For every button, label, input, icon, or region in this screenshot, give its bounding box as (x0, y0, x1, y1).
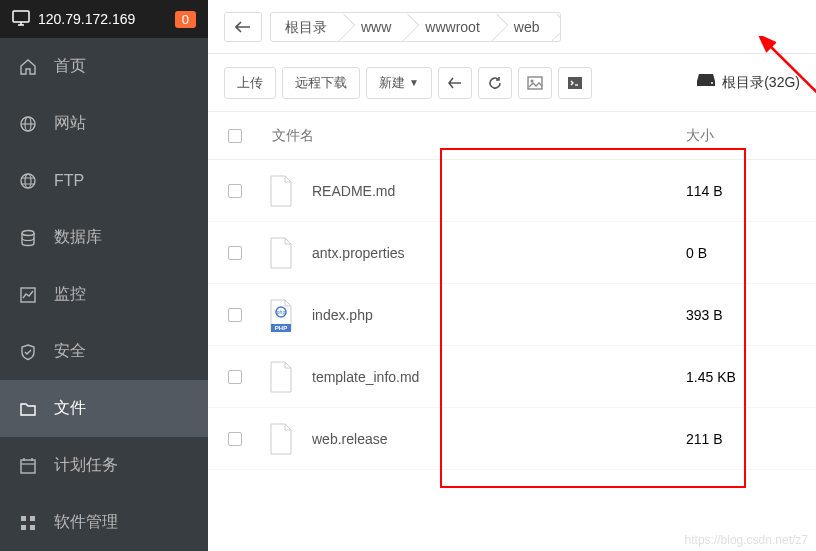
breadcrumb-back-button[interactable] (224, 12, 262, 42)
disk-info: 根目录(32G) (696, 72, 800, 93)
sidebar-item-label: 软件管理 (54, 512, 118, 533)
sidebar-item-chart[interactable]: 监控 (0, 266, 208, 323)
sidebar-item-folder[interactable]: 文件 (0, 380, 208, 437)
server-header: 120.79.172.169 0 (0, 0, 208, 38)
file-name: template_info.md (312, 369, 419, 385)
file-name: index.php (312, 307, 373, 323)
ftp-icon (18, 172, 38, 190)
sidebar-item-label: 监控 (54, 284, 86, 305)
file-icon (266, 235, 296, 271)
refresh-button[interactable] (478, 67, 512, 99)
svg-rect-22 (568, 77, 582, 89)
svg-point-7 (25, 174, 31, 188)
svg-point-6 (21, 174, 35, 188)
breadcrumb-path: 根目录wwwwwwrootweb (270, 12, 561, 42)
file-size: 393 B (686, 307, 796, 323)
monitor-icon (12, 10, 30, 29)
file-icon (266, 359, 296, 395)
home-icon (18, 58, 38, 76)
file-size: 0 B (686, 245, 796, 261)
folder-icon (18, 400, 38, 418)
file-size: 1.45 KB (686, 369, 796, 385)
svg-rect-12 (21, 460, 35, 473)
sidebar-item-label: 网站 (54, 113, 86, 134)
column-header-name[interactable]: 文件名 (272, 127, 314, 145)
breadcrumb-segment[interactable]: 根目录 (271, 13, 347, 41)
back-button[interactable] (438, 67, 472, 99)
globe-icon (18, 115, 38, 133)
table-row[interactable]: template_info.md1.45 KB (208, 346, 816, 408)
sidebar-item-calendar[interactable]: 计划任务 (0, 437, 208, 494)
calendar-icon (18, 457, 38, 475)
svg-text:php: php (277, 309, 286, 315)
toolbar: 上传 远程下载 新建▼ 根目录(32G) (208, 54, 816, 112)
server-ip: 120.79.172.169 (38, 11, 135, 27)
table-row[interactable]: web.release211 B (208, 408, 816, 470)
svg-rect-18 (21, 525, 26, 530)
sidebar: 120.79.172.169 0 首页网站FTP数据库监控安全文件计划任务软件管… (0, 0, 208, 551)
sidebar-item-label: 首页 (54, 56, 86, 77)
sidebar-item-label: 安全 (54, 341, 86, 362)
table-row[interactable]: antx.properties0 B (208, 222, 816, 284)
sidebar-item-label: 数据库 (54, 227, 102, 248)
remote-download-button[interactable]: 远程下载 (282, 67, 360, 99)
sidebar-item-database[interactable]: 数据库 (0, 209, 208, 266)
row-checkbox[interactable] (228, 246, 242, 260)
hdd-icon (696, 72, 716, 93)
row-checkbox[interactable] (228, 184, 242, 198)
svg-point-10 (22, 230, 34, 235)
file-size: 211 B (686, 431, 796, 447)
table-row[interactable]: phpPHPindex.php393 B (208, 284, 816, 346)
grid-icon (18, 514, 38, 532)
file-name: antx.properties (312, 245, 405, 261)
sidebar-item-label: FTP (54, 172, 84, 190)
breadcrumb-segment[interactable]: web (500, 13, 560, 41)
file-icon (266, 421, 296, 457)
row-checkbox[interactable] (228, 432, 242, 446)
file-table: 文件名 大小 README.md114 Bantx.properties0 Bp… (208, 112, 816, 470)
sidebar-item-globe[interactable]: 网站 (0, 95, 208, 152)
view-mode-button[interactable] (518, 67, 552, 99)
svg-rect-16 (21, 516, 26, 521)
sidebar-item-shield[interactable]: 安全 (0, 323, 208, 380)
svg-text:PHP: PHP (275, 325, 287, 331)
disk-label: 根目录(32G) (722, 74, 800, 92)
svg-rect-19 (30, 525, 35, 530)
sidebar-item-ftp[interactable]: FTP (0, 152, 208, 209)
watermark: https://blog.csdn.net/z7 (685, 533, 808, 547)
svg-rect-0 (13, 11, 29, 22)
table-row[interactable]: README.md114 B (208, 160, 816, 222)
svg-point-21 (530, 79, 533, 82)
terminal-button[interactable] (558, 67, 592, 99)
select-all-checkbox[interactable] (228, 129, 242, 143)
svg-rect-17 (30, 516, 35, 521)
chart-icon (18, 286, 38, 304)
sidebar-item-grid[interactable]: 软件管理 (0, 494, 208, 551)
database-icon (18, 229, 38, 247)
sidebar-item-home[interactable]: 首页 (0, 38, 208, 95)
file-name: web.release (312, 431, 388, 447)
sidebar-item-label: 文件 (54, 398, 86, 419)
row-checkbox[interactable] (228, 370, 242, 384)
breadcrumb-bar: 根目录wwwwwwrootweb (208, 0, 816, 54)
upload-button[interactable]: 上传 (224, 67, 276, 99)
file-name: README.md (312, 183, 395, 199)
column-header-size[interactable]: 大小 (686, 127, 796, 145)
breadcrumb-segment[interactable]: wwwroot (411, 13, 499, 41)
notification-badge[interactable]: 0 (175, 11, 196, 28)
breadcrumb-segment[interactable]: www (347, 13, 411, 41)
shield-icon (18, 343, 38, 361)
table-header: 文件名 大小 (208, 112, 816, 160)
svg-point-24 (711, 82, 713, 84)
sidebar-item-label: 计划任务 (54, 455, 118, 476)
file-icon (266, 173, 296, 209)
new-button[interactable]: 新建▼ (366, 67, 432, 99)
row-checkbox[interactable] (228, 308, 242, 322)
chevron-down-icon: ▼ (409, 77, 419, 88)
file-size: 114 B (686, 183, 796, 199)
main-content: 根目录wwwwwwrootweb 上传 远程下载 新建▼ 根目录(32G) 文件… (208, 0, 816, 551)
file-icon: phpPHP (266, 297, 296, 333)
